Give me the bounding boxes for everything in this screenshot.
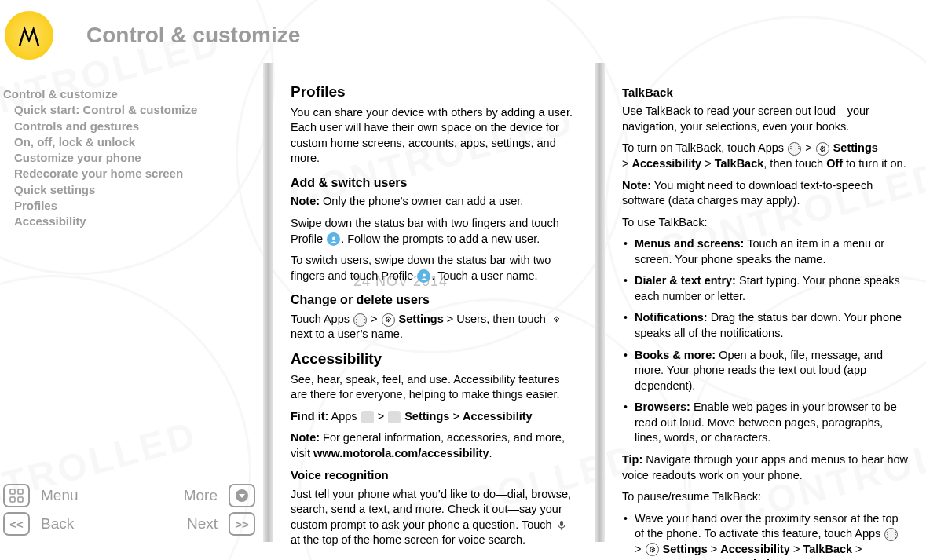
list-item: Menus and screens: Touch an item in a me… xyxy=(622,236,909,267)
paragraph: Note: You might need to download text-to… xyxy=(622,178,909,209)
toc-item[interactable]: Quick settings xyxy=(3,182,255,198)
column-2: TalkBack Use TalkBack to read your scree… xyxy=(605,63,926,542)
svg-point-6 xyxy=(423,273,426,276)
nav-label: Menu xyxy=(41,487,79,504)
paragraph: Just tell your phone what you’d like to … xyxy=(291,487,577,548)
nav-label: Back xyxy=(41,515,74,533)
column-divider xyxy=(595,63,605,542)
apps-icon: ⋮⋮ xyxy=(353,313,367,327)
toc-item[interactable]: Redecorate your home screen xyxy=(3,166,255,181)
apps-icon: ⋮⋮ xyxy=(884,528,898,541)
grid-icon xyxy=(3,484,30,507)
svg-rect-1 xyxy=(18,489,23,494)
paragraph: Note: Only the phone’s owner can add a u… xyxy=(291,194,577,210)
bullet-list: Wave your hand over the proximity sensor… xyxy=(622,511,909,560)
svg-rect-2 xyxy=(10,497,15,502)
gear-icon: ⚙ xyxy=(646,543,659,556)
page-title: Control & customize xyxy=(86,23,300,48)
back-button[interactable]: << Back xyxy=(3,512,74,536)
paragraph: To use TalkBack: xyxy=(622,215,909,231)
profile-icon xyxy=(417,269,430,283)
toc-item[interactable]: Customize your phone xyxy=(3,150,255,166)
gear-icon: ⚙ xyxy=(382,313,395,327)
chevron-right-icon: >> xyxy=(229,512,255,536)
paragraph: Swipe down the status bar with two finge… xyxy=(291,216,577,247)
motorola-logo xyxy=(5,11,53,60)
svg-rect-0 xyxy=(10,489,15,494)
gear-icon xyxy=(388,411,401,423)
column-divider xyxy=(263,63,273,542)
column-1: Profiles You can share your device with … xyxy=(273,63,595,542)
gear-icon: ⚙ xyxy=(550,313,563,327)
paragraph: You can share your device with others by… xyxy=(291,105,577,167)
paragraph: Touch Apps ⋮⋮ > ⚙ Settings > Users, then… xyxy=(291,312,577,342)
heading-talkback: TalkBack xyxy=(622,85,909,101)
toc-item[interactable]: On, off, lock & unlock xyxy=(3,134,255,150)
paragraph: Use TalkBack to read your screen out lou… xyxy=(622,104,909,134)
gear-icon: ⚙ xyxy=(816,142,829,156)
paragraph: To turn on TalkBack, touch Apps ⋮⋮ > ⚙ S… xyxy=(622,141,909,171)
toc-item[interactable]: Controls and gestures xyxy=(3,119,255,134)
svg-rect-7 xyxy=(560,521,563,526)
toc-item[interactable]: Accessibility xyxy=(3,214,255,229)
nav-label: Next xyxy=(187,515,218,533)
paragraph: Tip: Navigate through your apps and menu… xyxy=(622,452,909,483)
bullet-list: Menus and screens: Touch an item in a me… xyxy=(622,236,909,446)
heading-voice: Voice recognition xyxy=(291,467,577,483)
chevron-down-circle-icon xyxy=(229,484,255,507)
menu-button[interactable]: Menu xyxy=(3,484,79,507)
apps-icon xyxy=(361,411,374,423)
heading-accessibility: Accessibility xyxy=(291,349,577,369)
nav-label: More xyxy=(184,487,218,504)
profile-icon xyxy=(327,232,340,246)
apps-icon: ⋮⋮ xyxy=(788,142,801,156)
svg-rect-3 xyxy=(18,497,23,502)
list-item: Wave your hand over the proximity sensor… xyxy=(622,511,909,560)
more-button[interactable]: More xyxy=(184,484,255,507)
paragraph: To switch users, swipe down the status b… xyxy=(291,253,577,284)
heading-add-switch: Add & switch users xyxy=(291,174,577,192)
paragraph: See, hear, speak, feel, and use. Accessi… xyxy=(291,372,577,403)
toc-item[interactable]: Quick start: Control & customize xyxy=(3,102,255,118)
list-item: Browsers: Enable web pages in your brows… xyxy=(622,400,909,446)
heading-profiles: Profiles xyxy=(291,82,577,102)
heading-change-delete: Change or delete users xyxy=(291,291,577,309)
toc-item[interactable]: Profiles xyxy=(3,198,255,214)
microphone-icon xyxy=(556,519,568,533)
paragraph: Find it: Apps > Settings > Accessibility xyxy=(291,409,577,425)
table-of-contents: Control & customize Quick start: Control… xyxy=(3,86,255,229)
list-item: Books & more: Open a book, file, message… xyxy=(622,348,909,394)
paragraph: To pause/resume TalkBack: xyxy=(622,489,909,505)
paragraph: Note: For general information, accessori… xyxy=(291,430,577,461)
svg-point-5 xyxy=(332,236,335,240)
toc-root[interactable]: Control & customize xyxy=(3,86,255,102)
next-button[interactable]: Next >> xyxy=(187,512,255,536)
list-item: Dialer & text entry: Start typing. Your … xyxy=(622,273,909,304)
chevron-left-icon: << xyxy=(3,512,30,536)
list-item: Notifications: Drag the status bar down.… xyxy=(622,310,909,341)
